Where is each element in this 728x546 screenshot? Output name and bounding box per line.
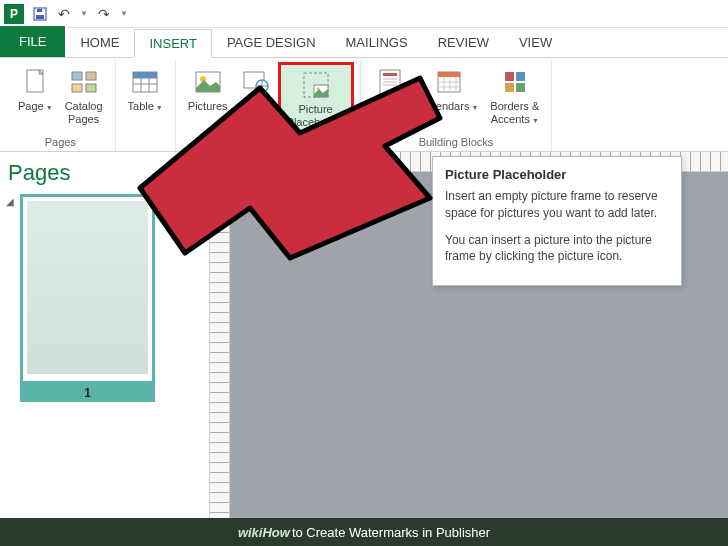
wikihow-brand: wikiHow <box>238 525 290 540</box>
tooltip-title: Picture Placeholder <box>445 167 669 182</box>
table-button[interactable]: Table▼ <box>122 62 169 115</box>
tab-insert[interactable]: INSERT <box>134 29 211 58</box>
redo-icon[interactable]: ↷ <box>92 2 116 26</box>
svg-rect-36 <box>516 72 525 81</box>
tooltip-para2: You can insert a picture into the pictur… <box>445 232 669 266</box>
group-building-blocks-label: Building Blocks <box>419 134 494 151</box>
pages-panel: Pages ‹ ◢ 1 <box>0 152 210 518</box>
svg-rect-1 <box>36 15 44 19</box>
borders-accents-icon <box>499 66 531 98</box>
ribbon-group-illustrations: Pictures Online Picture Placeholder <box>176 60 361 151</box>
svg-rect-35 <box>505 72 514 81</box>
page-button-label: Page▼ <box>18 100 53 113</box>
picture-placeholder-icon <box>300 69 332 101</box>
page-button[interactable]: Page▼ <box>12 62 59 115</box>
publisher-letter: P <box>10 7 18 21</box>
ribbon: Page▼ Catalog Pages Pages Table▼ Picture… <box>0 58 728 152</box>
svg-rect-13 <box>133 72 157 78</box>
catalog-pages-button[interactable]: Catalog Pages <box>59 62 109 128</box>
qat-customize-icon[interactable]: ▼ <box>120 9 128 18</box>
ribbon-group-pages: Page▼ Catalog Pages Pages <box>6 60 116 151</box>
ruler-corner <box>210 152 230 172</box>
page-number-tab[interactable]: 1 <box>20 384 155 402</box>
collapse-triangle-icon[interactable]: ◢ <box>6 196 14 207</box>
titlebar: P ↶ ▼ ↷ ▼ <box>0 0 728 28</box>
svg-rect-24 <box>383 73 397 76</box>
table-icon <box>129 66 161 98</box>
tooltip-picture-placeholder: Picture Placeholder Insert an empty pict… <box>432 156 682 286</box>
ribbon-group-tables: Table▼ <box>116 60 176 151</box>
pictures-button[interactable]: Pictures <box>182 62 234 115</box>
pictures-icon <box>192 66 224 98</box>
svg-rect-4 <box>72 72 82 80</box>
picture-placeholder-button[interactable]: Picture Placeholder <box>278 62 354 134</box>
calendars-label: Calendars▼ <box>419 100 478 113</box>
online-pictures-button[interactable]: Online <box>234 62 278 115</box>
borders-accents-button[interactable]: Borders & Accents▼ <box>484 62 545 128</box>
page-parts-icon <box>374 66 406 98</box>
catalog-pages-label: Catalog Pages <box>65 100 103 126</box>
ribbon-group-building-blocks: Page Parts▼ Calendars▼ Borders & Accents… <box>361 60 553 151</box>
svg-rect-29 <box>438 72 460 77</box>
page-parts-label: Page Parts▼ <box>373 100 408 126</box>
svg-rect-7 <box>86 84 96 92</box>
tab-file[interactable]: FILE <box>0 26 65 57</box>
tab-review[interactable]: REVIEW <box>423 28 504 57</box>
save-icon[interactable] <box>28 2 52 26</box>
page-thumbnail-wrapper: ◢ 1 <box>8 194 201 402</box>
svg-rect-37 <box>505 83 514 92</box>
page-parts-button[interactable]: Page Parts▼ <box>367 62 414 128</box>
online-label: Online <box>240 100 272 113</box>
wikihow-title: to Create Watermarks in Publisher <box>292 525 490 540</box>
calendars-icon <box>433 66 465 98</box>
undo-icon[interactable]: ↶ <box>52 2 76 26</box>
pages-panel-title: Pages <box>8 160 201 186</box>
tab-page-design[interactable]: PAGE DESIGN <box>212 28 331 57</box>
svg-rect-2 <box>37 9 42 12</box>
publisher-app-icon: P <box>4 4 24 24</box>
svg-rect-5 <box>86 72 96 80</box>
ribbon-tabs: FILE HOME INSERT PAGE DESIGN MAILINGS RE… <box>0 28 728 58</box>
wikihow-footer: wikiHow to Create Watermarks in Publishe… <box>0 518 728 546</box>
page-thumbnail[interactable] <box>20 194 155 384</box>
tab-mailings[interactable]: MAILINGS <box>331 28 423 57</box>
catalog-pages-icon <box>68 66 100 98</box>
borders-accents-label: Borders & Accents▼ <box>490 100 539 126</box>
online-pictures-icon <box>240 66 272 98</box>
tooltip-para1: Insert an empty picture frame to reserve… <box>445 188 669 222</box>
undo-dropdown-icon[interactable]: ▼ <box>80 9 88 18</box>
table-label: Table▼ <box>128 100 163 113</box>
page-icon <box>19 66 51 98</box>
pictures-label: Pictures <box>188 100 228 113</box>
group-pages-label: Pages <box>45 134 76 151</box>
svg-rect-6 <box>72 84 82 92</box>
tab-home[interactable]: HOME <box>65 28 134 57</box>
picture-placeholder-label: Picture Placeholder <box>287 103 345 129</box>
tooltip-body: Insert an empty picture frame to reserve… <box>445 188 669 265</box>
calendars-button[interactable]: Calendars▼ <box>413 62 484 115</box>
tab-view[interactable]: VIEW <box>504 28 567 57</box>
svg-rect-38 <box>516 83 525 92</box>
vertical-ruler <box>210 172 230 518</box>
